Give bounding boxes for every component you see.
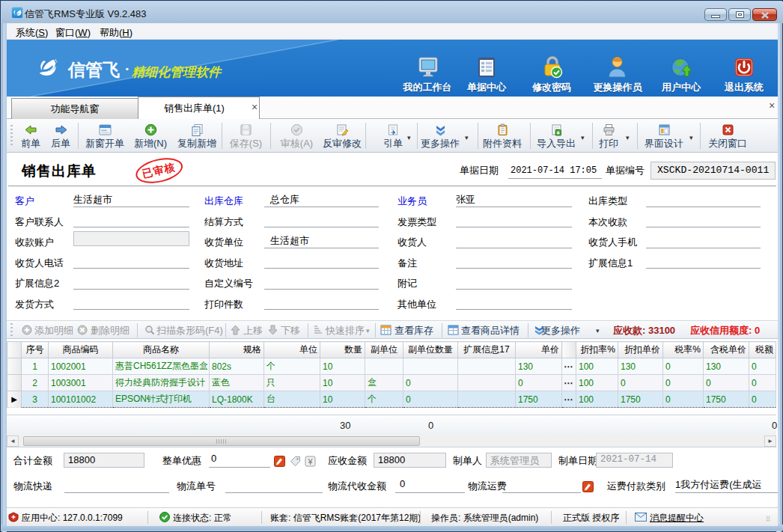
svg-text:¥: ¥: [307, 457, 313, 466]
